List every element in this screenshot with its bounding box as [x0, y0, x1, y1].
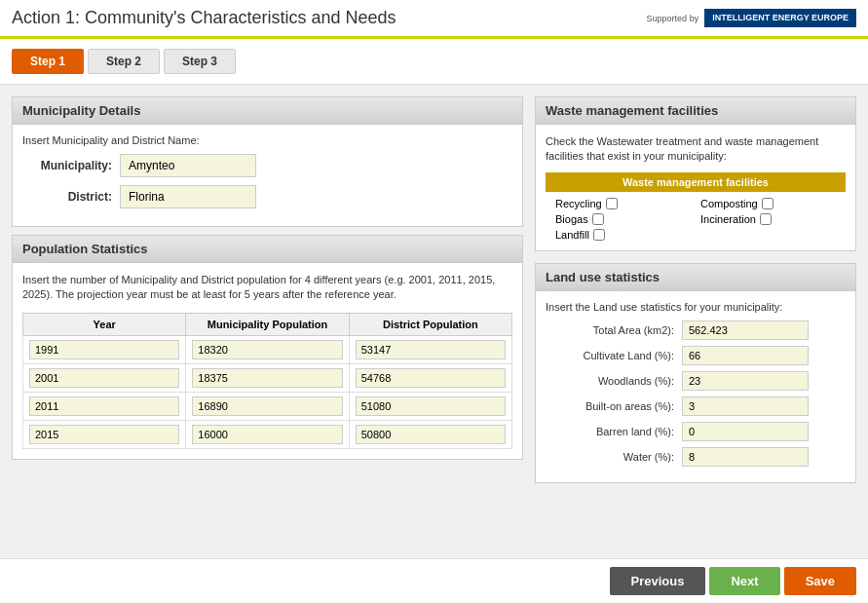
district-input-1[interactable]: [356, 368, 506, 388]
municipality-section-header: Municipality Details: [13, 97, 522, 125]
municipality-section-body: Insert Municipality and District Name: M…: [13, 125, 522, 226]
population-section-body: Insert the number of Municipality and Di…: [13, 263, 522, 459]
table-row: [23, 363, 512, 392]
muni-input-0[interactable]: [192, 340, 342, 359]
land-input-2[interactable]: [682, 371, 809, 391]
incineration-label: Incineration: [700, 213, 756, 225]
district-field-row: District:: [22, 185, 512, 208]
biogas-label: Biogas: [555, 213, 588, 225]
header: Action 1: Community's Characteristics an…: [0, 0, 868, 39]
population-table: Year Municipality Population District Po…: [22, 313, 512, 449]
land-input-3[interactable]: [682, 396, 809, 416]
logo-area: Supported by INTELLIGENT ENERGY EUROPE: [647, 9, 856, 28]
step-3-button[interactable]: Step 3: [164, 49, 236, 74]
waste-landfill: Landfill: [555, 229, 691, 241]
land-label-2: Woodlands (%):: [546, 375, 682, 387]
population-section: Population Statistics Insert the number …: [12, 235, 523, 460]
land-intro: Insert the Land use statistics for your …: [546, 301, 846, 313]
district-label: District:: [22, 190, 120, 204]
district-input[interactable]: [120, 185, 256, 208]
population-intro: Insert the number of Municipality and Di…: [22, 273, 512, 303]
year-input-1[interactable]: [29, 368, 179, 388]
land-input-1[interactable]: [682, 346, 809, 365]
col-muni-pop: Municipality Population: [186, 313, 349, 335]
land-input-0[interactable]: [682, 320, 809, 340]
district-input-2[interactable]: [356, 396, 506, 416]
land-row: Total Area (km2):: [546, 320, 846, 340]
land-row: Barren land (%):: [546, 422, 846, 441]
population-section-header: Population Statistics: [13, 236, 522, 263]
municipality-field-row: Municipality:: [22, 154, 512, 177]
step-1-button[interactable]: Step 1: [12, 49, 84, 74]
year-input-2[interactable]: [29, 396, 179, 416]
district-input-0[interactable]: [356, 340, 506, 359]
land-label-4: Barren land (%):: [546, 426, 682, 437]
land-row: Woodlands (%):: [546, 371, 846, 391]
recycling-checkbox[interactable]: [606, 198, 618, 209]
next-button[interactable]: Next: [709, 567, 779, 595]
logo-name: INTELLIGENT ENERGY EUROPE: [712, 13, 849, 22]
muni-input-2[interactable]: [192, 396, 342, 416]
landfill-checkbox[interactable]: [593, 229, 605, 241]
land-section-body: Insert the Land use statistics for your …: [536, 291, 855, 482]
land-row: Cultivate Land (%):: [546, 346, 846, 365]
land-label-5: Water (%):: [546, 451, 682, 463]
steps-bar: Step 1 Step 2 Step 3: [0, 39, 868, 85]
waste-section: Waste management facilities Check the Wa…: [535, 96, 856, 251]
municipality-intro: Insert Municipality and District Name:: [22, 134, 512, 146]
municipality-input[interactable]: [120, 154, 256, 177]
land-label-0: Total Area (km2):: [546, 324, 682, 336]
left-panel: Municipality Details Insert Municipality…: [12, 96, 523, 483]
land-section-header: Land use statistics: [536, 264, 855, 291]
table-row: [23, 392, 512, 420]
col-district-pop: District Population: [349, 313, 511, 335]
land-label-1: Cultivate Land (%):: [546, 350, 682, 361]
muni-input-1[interactable]: [192, 368, 342, 388]
municipality-label: Municipality:: [22, 159, 120, 172]
land-label-3: Built-on areas (%):: [546, 400, 682, 412]
waste-table-header: Waste management facilities: [546, 172, 846, 192]
right-panel: Waste management facilities Check the Wa…: [535, 96, 856, 483]
land-fields: Total Area (km2): Cultivate Land (%): Wo…: [546, 320, 846, 467]
biogas-checkbox[interactable]: [592, 213, 604, 225]
recycling-label: Recycling: [555, 198, 602, 209]
land-input-5[interactable]: [682, 447, 809, 467]
save-button[interactable]: Save: [784, 567, 856, 595]
waste-grid: Recycling Composting Biogas Incineration: [546, 198, 846, 241]
land-row: Built-on areas (%):: [546, 396, 846, 416]
waste-section-body: Check the Wastewater treatment and waste…: [536, 125, 855, 250]
year-input-0[interactable]: [29, 340, 179, 359]
table-row: [23, 335, 512, 363]
composting-label: Composting: [700, 198, 758, 209]
logo-supported-text: Supported by: [647, 14, 699, 23]
logo-box: INTELLIGENT ENERGY EUROPE: [704, 9, 856, 28]
district-input-3[interactable]: [356, 425, 506, 444]
waste-incineration: Incineration: [700, 213, 836, 225]
table-row: [23, 420, 512, 448]
incineration-checkbox[interactable]: [760, 213, 772, 225]
composting-checkbox[interactable]: [762, 198, 774, 209]
landfill-label: Landfill: [555, 229, 589, 241]
waste-recycling: Recycling: [555, 198, 691, 209]
land-row: Water (%):: [546, 447, 846, 467]
year-input-3[interactable]: [29, 425, 179, 444]
land-section: Land use statistics Insert the Land use …: [535, 263, 856, 483]
col-year: Year: [23, 313, 186, 335]
land-input-4[interactable]: [682, 422, 809, 441]
previous-button[interactable]: Previous: [610, 567, 706, 595]
muni-input-3[interactable]: [192, 425, 342, 444]
waste-section-header: Waste management facilities: [536, 97, 855, 125]
waste-biogas: Biogas: [555, 213, 691, 225]
footer-bar: Previous Next Save: [0, 558, 868, 603]
step-2-button[interactable]: Step 2: [88, 49, 160, 74]
page-title: Action 1: Community's Characteristics an…: [12, 8, 396, 28]
waste-composting: Composting: [700, 198, 836, 209]
waste-intro: Check the Wastewater treatment and waste…: [546, 134, 846, 165]
main-content: Municipality Details Insert Municipality…: [0, 85, 868, 495]
municipality-section: Municipality Details Insert Municipality…: [12, 96, 523, 227]
